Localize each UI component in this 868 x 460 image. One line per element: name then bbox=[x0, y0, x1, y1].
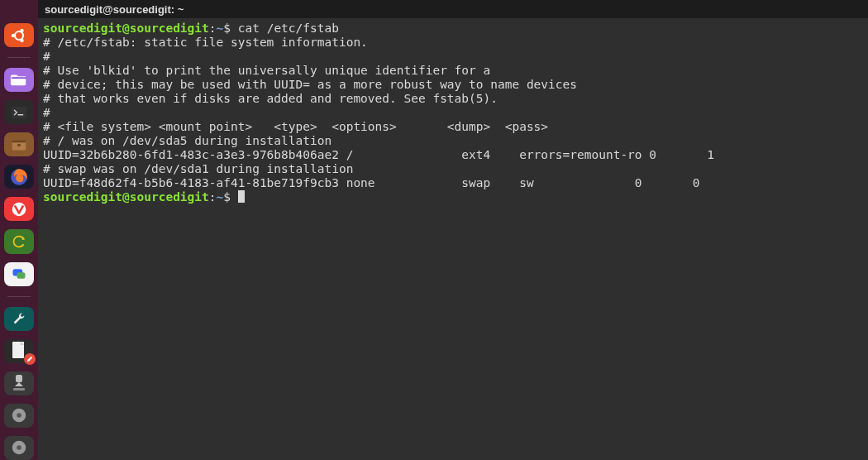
svg-rect-15 bbox=[13, 388, 25, 391]
window-title: sourcedigit@sourcedigit: ~ bbox=[45, 3, 184, 16]
svg-point-3 bbox=[20, 38, 23, 41]
dock-separator bbox=[7, 296, 31, 297]
output-line: # /etc/fstab: static file system informa… bbox=[43, 36, 863, 50]
dock-icon-chat[interactable] bbox=[4, 262, 34, 286]
output-line: # device; this may be used with UUID= as… bbox=[43, 78, 863, 92]
dock-icon-settings[interactable] bbox=[4, 307, 34, 331]
svg-rect-12 bbox=[17, 272, 26, 279]
dock-icon-vivaldi[interactable] bbox=[4, 197, 34, 221]
output-line: # Use 'blkid' to print the universally u… bbox=[43, 64, 863, 78]
archive-icon bbox=[10, 136, 28, 154]
prompt-path: ~ bbox=[217, 190, 224, 204]
dock-icon-ubuntu[interactable] bbox=[4, 23, 34, 47]
svg-rect-8 bbox=[17, 144, 21, 146]
terminal-area[interactable]: sourcedigit@sourcedigit:~$ cat /etc/fsta… bbox=[38, 18, 868, 460]
ubuntu-icon bbox=[9, 26, 29, 46]
disk-icon bbox=[10, 406, 28, 424]
vivaldi-icon bbox=[10, 200, 28, 218]
output-line: # that works even if disks are added and… bbox=[43, 92, 863, 106]
disk-icon bbox=[10, 438, 28, 457]
dock-icon-files[interactable] bbox=[4, 68, 34, 92]
prompt-user-host: sourcedigit@sourcedigit bbox=[43, 190, 209, 204]
dock-icon-disk1[interactable] bbox=[4, 404, 34, 428]
svg-point-19 bbox=[17, 446, 21, 451]
dock-icon-sync[interactable] bbox=[4, 229, 34, 253]
cursor bbox=[238, 190, 245, 203]
prompt-symbol: $ bbox=[223, 22, 231, 35]
terminal-icon bbox=[10, 103, 28, 122]
output-line: # / was on /dev/sda5 during installation bbox=[43, 134, 863, 148]
prompt-user-host: sourcedigit@sourcedigit bbox=[43, 22, 209, 35]
svg-rect-4 bbox=[12, 78, 26, 79]
svg-rect-14 bbox=[16, 375, 22, 382]
prompt-colon: : bbox=[209, 190, 217, 204]
firefox-icon bbox=[8, 166, 30, 188]
dock-icon-download[interactable] bbox=[4, 371, 34, 395]
dock bbox=[0, 0, 38, 460]
svg-rect-5 bbox=[12, 106, 26, 118]
svg-point-2 bbox=[20, 28, 23, 31]
svg-point-1 bbox=[12, 33, 15, 36]
output-line: UUID=f48d62f4-b5b6-4183-af41-81be719f9cb… bbox=[43, 176, 863, 190]
dock-icon-archive[interactable] bbox=[4, 132, 34, 156]
dock-icon-notes[interactable] bbox=[4, 339, 34, 363]
wrench-icon bbox=[10, 309, 28, 328]
output-line: UUID=32b6b280-6fd1-483c-a3e3-976b8b406ae… bbox=[43, 148, 863, 162]
prompt-colon: : bbox=[209, 22, 217, 35]
output-line: # bbox=[43, 106, 863, 120]
command-text: cat /etc/fstab bbox=[238, 22, 339, 35]
dock-icon-disk2[interactable] bbox=[4, 436, 34, 460]
chat-icon bbox=[11, 266, 27, 282]
download-icon bbox=[11, 374, 27, 392]
svg-rect-7 bbox=[12, 140, 26, 142]
sync-icon bbox=[10, 232, 28, 251]
svg-point-0 bbox=[15, 31, 23, 40]
output-line: # bbox=[43, 50, 863, 64]
prompt-symbol: $ bbox=[223, 190, 231, 204]
window-titlebar[interactable]: sourcedigit@sourcedigit: ~ bbox=[38, 0, 868, 18]
dock-icon-terminal[interactable] bbox=[4, 100, 34, 124]
svg-point-17 bbox=[17, 414, 21, 419]
dock-separator bbox=[7, 57, 31, 58]
folder-icon bbox=[10, 70, 28, 89]
output-line: # swap was on /dev/sda1 during installat… bbox=[43, 162, 863, 176]
prompt-path: ~ bbox=[217, 22, 224, 35]
output-line: # <file system> <mount point> <type> <op… bbox=[43, 120, 863, 134]
dock-icon-firefox[interactable] bbox=[4, 165, 34, 189]
pencil-badge-icon bbox=[26, 356, 33, 362]
